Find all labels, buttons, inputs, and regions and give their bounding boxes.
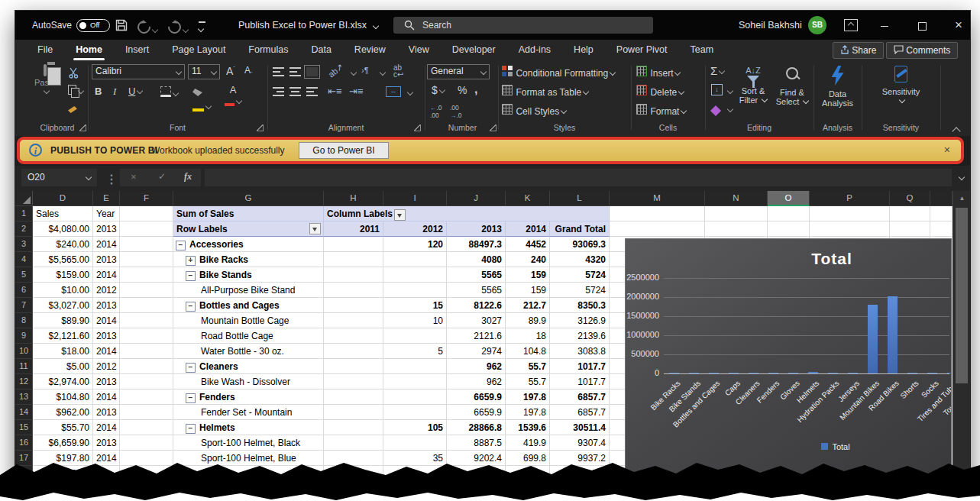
grid-cell[interactable]: 2013 <box>93 221 120 237</box>
pivot-column-labels-cell[interactable]: Column Labels <box>324 206 610 221</box>
bottom-align-icon[interactable] <box>306 67 318 76</box>
grid-cell[interactable]: 2012 <box>93 359 120 374</box>
grid-cell[interactable]: $18.00 <box>33 344 93 359</box>
tab-view[interactable]: View <box>397 40 441 61</box>
grid-cell[interactable]: 2012 <box>93 283 120 298</box>
row-header-8[interactable]: 8 <box>15 313 33 328</box>
pivot-row-labels-cell[interactable]: Row Labels <box>173 221 324 237</box>
tab-help[interactable]: Help <box>562 40 605 61</box>
paste-button[interactable]: Paste <box>28 66 62 96</box>
grid-cell[interactable]: $159.00 <box>33 267 93 283</box>
grid-cell[interactable] <box>120 237 173 252</box>
grid-cell[interactable]: 6659.9 <box>447 389 506 405</box>
column-header-M[interactable]: M <box>610 191 705 206</box>
grid-cell[interactable] <box>324 405 383 420</box>
grid-cell[interactable] <box>120 466 173 481</box>
row-header-7[interactable]: 7 <box>15 298 33 313</box>
grid-cell[interactable]: 55.7 <box>506 359 550 374</box>
grid-cell[interactable] <box>120 344 173 359</box>
column-header-N[interactable]: N <box>705 191 768 206</box>
pivot-row-label[interactable]: +Bike Racks <box>173 252 324 267</box>
grid-cell[interactable]: 2013 <box>93 405 120 420</box>
grid-cell[interactable] <box>120 420 173 435</box>
grid-cell[interactable]: $6,659.90 <box>33 435 93 451</box>
pivot-row-label[interactable]: Fender Set - Mountain <box>173 405 324 420</box>
grid-cell[interactable]: 93069.3 <box>550 237 610 252</box>
grid-cell[interactable]: 2013 <box>93 298 120 313</box>
column-header-L[interactable]: L <box>550 191 610 206</box>
grid-cell[interactable]: $2,974.00 <box>33 374 93 389</box>
grid-cell[interactable]: 212.7 <box>506 298 550 313</box>
grid-cell[interactable]: 9202.4 <box>447 451 506 466</box>
row-header-18[interactable]: 18 <box>15 466 33 481</box>
tab-power-pivot[interactable]: Power Pivot <box>605 40 679 61</box>
pivot-row-label[interactable]: −Fenders <box>173 389 324 405</box>
search-input[interactable]: Search <box>393 17 653 34</box>
grid-cell[interactable] <box>120 206 173 221</box>
grid-cell[interactable]: $962.00 <box>33 405 93 420</box>
middle-align-icon[interactable] <box>289 67 301 76</box>
collapse-icon[interactable]: − <box>176 241 186 250</box>
grid-cell[interactable] <box>383 283 447 298</box>
enter-button[interactable]: ✓ <box>158 171 166 182</box>
row-header-16[interactable]: 16 <box>15 435 33 451</box>
autosave-toggle[interactable]: Off <box>76 19 110 32</box>
grid-cell[interactable]: 10776 <box>447 466 506 481</box>
pivot-year-header[interactable]: 2013 <box>447 221 506 237</box>
grid-cell[interactable] <box>610 206 705 221</box>
grid-cell[interactable]: 8350.3 <box>550 298 610 313</box>
select-all-corner[interactable] <box>15 191 33 206</box>
grid-cell[interactable]: Year <box>93 206 120 221</box>
grid-cell[interactable]: 2013 <box>93 435 120 451</box>
tab-home[interactable]: Home <box>64 40 114 61</box>
grid-cell[interactable]: 6857.7 <box>550 389 610 405</box>
format-painter-button[interactable] <box>68 102 77 116</box>
grid-cell[interactable] <box>173 466 324 481</box>
grid-cell[interactable]: 2139.6 <box>550 328 610 344</box>
grid-cell[interactable]: $197.80 <box>33 451 93 466</box>
grid-cell[interactable]: 962 <box>447 359 506 374</box>
merge-center-button[interactable]: ↔ <box>386 86 401 97</box>
grid-cell[interactable] <box>120 313 173 328</box>
grid-cell[interactable] <box>383 435 447 451</box>
grid-cell[interactable]: 2014 <box>93 451 120 466</box>
grid-cell[interactable] <box>768 221 810 237</box>
tab-file[interactable]: File <box>26 40 64 61</box>
grid-cell[interactable] <box>810 221 890 237</box>
italic-button[interactable]: I <box>113 86 116 98</box>
grid-cell[interactable] <box>324 466 383 481</box>
grid-cell[interactable]: 1539.6 <box>506 420 550 435</box>
row-header-2[interactable]: 2 <box>15 221 33 237</box>
grid-cell[interactable] <box>120 435 173 451</box>
pivot-row-label[interactable]: Sport-100 Helmet, Blue <box>173 451 324 466</box>
grid-cell[interactable] <box>324 359 383 374</box>
scrollbar-thumb[interactable] <box>956 208 968 383</box>
pivot-row-label[interactable]: −Bottles and Cages <box>173 298 324 313</box>
grid-cell[interactable] <box>324 283 383 298</box>
pivot-row-label[interactable]: Sport-100 Helmet, Black <box>173 435 324 451</box>
row-header-15[interactable]: 15 <box>15 420 33 435</box>
cell-styles-button[interactable]: Cell Styles <box>502 104 566 118</box>
increase-font-size-button[interactable]: Aˆ <box>226 65 235 77</box>
column-labels-filter-button[interactable] <box>394 209 406 221</box>
alignment-dialog-launcher-icon[interactable] <box>414 124 421 131</box>
borders-button[interactable] <box>160 86 178 100</box>
formula-input[interactable] <box>205 169 952 186</box>
column-header-G[interactable]: G <box>173 191 324 206</box>
grid-cell[interactable]: 962 <box>447 374 506 389</box>
grid-cell[interactable]: 112 <box>550 466 610 481</box>
tab-page-layout[interactable]: Page Layout <box>160 40 237 61</box>
row-header-17[interactable]: 17 <box>15 451 33 466</box>
font-color-button[interactable]: A <box>225 84 241 107</box>
increase-decimal-button[interactable]: ←.0.00 <box>430 104 442 119</box>
expand-icon[interactable]: + <box>186 256 196 266</box>
grid-cell[interactable] <box>324 389 383 405</box>
grid-cell[interactable]: $9,88 <box>33 466 93 481</box>
grid-cell[interactable]: 5724 <box>550 283 610 298</box>
grid-cell[interactable]: 10 <box>383 313 447 328</box>
clear-button[interactable] <box>712 104 720 118</box>
grid-cell[interactable]: 2013 <box>93 328 120 344</box>
number-dialog-launcher-icon[interactable] <box>490 124 496 131</box>
grid-cell[interactable] <box>120 359 173 374</box>
row-labels-filter-button[interactable] <box>309 223 321 234</box>
